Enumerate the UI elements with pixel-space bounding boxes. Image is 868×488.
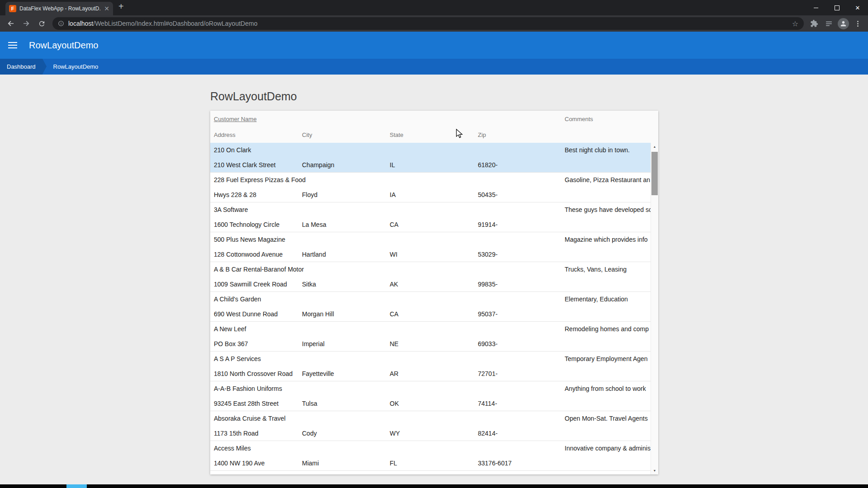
puzzle-icon	[810, 19, 818, 28]
cell-customer-name: 3A Software	[214, 206, 565, 213]
column-header-address[interactable]: Address	[214, 131, 302, 138]
grid-header: Customer Name Comments Address City Stat…	[210, 111, 658, 143]
cell-zip: 72701-	[478, 370, 565, 377]
profile-button[interactable]	[836, 17, 850, 30]
cell-state: IA	[390, 191, 478, 198]
back-arrow-icon	[7, 19, 15, 28]
cell-comments: Magazine which provides info	[565, 236, 651, 243]
cell-city: Cody	[302, 430, 390, 437]
cell-city: Miami	[302, 460, 390, 467]
cell-address: 210 West Clark Street	[214, 161, 302, 169]
grid-scrollbar[interactable]: ▲ ▼	[651, 143, 658, 474]
tab-close-icon[interactable]: ✕	[104, 5, 109, 12]
grid-record[interactable]: A & B Car Rental-Baranof MotorTrucks, Va…	[210, 262, 651, 292]
cell-state: IL	[390, 161, 478, 169]
cell-address: 690 West Dunne Road	[214, 310, 302, 318]
dataflex-favicon-icon: F	[9, 5, 16, 12]
grid-record[interactable]: A-A-B Fashion UniformsAnything from scho…	[210, 381, 651, 411]
cell-customer-name: 210 On Clark	[214, 146, 565, 154]
cell-city: La Mesa	[302, 221, 390, 228]
column-header-zip[interactable]: Zip	[478, 131, 565, 138]
forward-arrow-icon	[22, 19, 30, 28]
cell-address: PO Box 367	[214, 340, 302, 347]
cell-address: 1400 NW 190 Ave	[214, 460, 302, 467]
grid-record[interactable]: Access MilesInnovative company & adminis…	[210, 441, 651, 471]
cell-city: Morgan Hill	[302, 310, 390, 318]
taskbar-accent	[66, 484, 87, 488]
cell-customer-name: A & B Car Rental-Baranof Motor	[214, 266, 565, 273]
scroll-up-icon[interactable]: ▲	[651, 143, 658, 150]
page-title: RowLayoutDemo	[210, 90, 297, 103]
forward-button[interactable]	[19, 16, 33, 31]
column-header-city[interactable]: City	[302, 131, 390, 138]
site-info-icon[interactable]	[58, 20, 64, 27]
url-text[interactable]: localhost/WebListDemo/Index.html#oDashbo…	[68, 20, 788, 27]
cell-customer-name: A-A-B Fashion Uniforms	[214, 385, 565, 392]
cell-comments: Anything from school to work	[565, 385, 651, 392]
cell-comments: Remodeling homes and comp	[565, 325, 651, 333]
scrollbar-thumb[interactable]	[651, 152, 658, 195]
maximize-icon	[835, 5, 840, 10]
cell-comments: Open Mon-Sat. Travel Agents	[565, 415, 651, 422]
cell-zip: 69033-	[478, 340, 565, 347]
grid-record[interactable]: 500 Plus News MagazineMagazine which pro…	[210, 232, 651, 262]
cell-state: OK	[390, 400, 478, 407]
cell-zip: 95037-	[478, 310, 565, 318]
close-icon: ✕	[855, 5, 860, 11]
grid-record[interactable]: A New LeefRemodeling homes and compPO Bo…	[210, 322, 651, 352]
taskbar-strip	[0, 484, 868, 488]
cell-city: Tulsa	[302, 400, 390, 407]
grid-record[interactable]: Absoraka Cruise & TravelOpen Mon-Sat. Tr…	[210, 411, 651, 441]
cell-zip: 61820-	[478, 161, 565, 169]
scroll-down-icon[interactable]: ▼	[651, 467, 658, 474]
breadcrumb-item-dashboard[interactable]: Dashboard	[0, 59, 42, 75]
hamburger-menu-icon[interactable]	[8, 42, 17, 48]
column-header-comments[interactable]: Comments	[565, 116, 651, 122]
grid-record[interactable]: A S A P ServicesTemporary Employment Age…	[210, 352, 651, 381]
cell-customer-name: Absoraka Cruise & Travel	[214, 415, 565, 422]
grid-record[interactable]: 3A SoftwareThese guys have developed so1…	[210, 202, 651, 232]
bookmark-star-icon[interactable]: ☆	[792, 19, 798, 28]
reload-button[interactable]	[34, 16, 49, 31]
url-path: /WebListDemo/Index.html#oDashboard/oRowL…	[93, 20, 257, 27]
window-minimize-button[interactable]	[806, 0, 826, 15]
new-tab-button[interactable]: +	[118, 1, 124, 12]
cell-state: AR	[390, 370, 478, 377]
grid-body: 210 On ClarkBest night club in town.210 …	[210, 143, 651, 474]
browser-menu-button[interactable]	[851, 17, 864, 30]
url-bar[interactable]: localhost/WebListDemo/Index.html#oDashbo…	[52, 17, 804, 30]
cell-city: Floyd	[302, 191, 390, 198]
tab-title: DataFlex WebApp - RowLayoutD...	[19, 5, 101, 12]
app-title: RowLayoutDemo	[29, 40, 98, 51]
breadcrumb-item-rowlayoutdemo[interactable]: RowLayoutDemo	[47, 59, 105, 75]
window-controls: ✕	[806, 0, 868, 15]
avatar	[838, 18, 849, 29]
cell-state: FL	[390, 460, 478, 467]
cell-comments: Innovative company & adminis	[565, 445, 651, 452]
cell-zip: 82414-	[478, 430, 565, 437]
grid-record[interactable]: 210 On ClarkBest night club in town.210 …	[210, 143, 651, 173]
cell-city: Fayetteville	[302, 370, 390, 377]
cell-comments: Elementary, Education	[565, 296, 651, 303]
window-close-button[interactable]: ✕	[847, 0, 868, 15]
browser-toolbar: localhost/WebListDemo/Index.html#oDashbo…	[0, 15, 868, 32]
cell-customer-name: A Child's Garden	[214, 296, 565, 303]
window-maximize-button[interactable]	[826, 0, 847, 15]
grid-record[interactable]: 228 Fuel Express Pizzas & FoodGasoline, …	[210, 173, 651, 202]
cell-customer-name: A S A P Services	[214, 355, 565, 362]
breadcrumb-arrow-icon	[42, 59, 47, 74]
cell-zip: 74114-	[478, 400, 565, 407]
cell-address: 93245 East 28th Street	[214, 400, 302, 407]
cell-address: 128 Cottonwood Avenue	[214, 251, 302, 258]
mouse-cursor	[456, 129, 465, 139]
cell-city: Imperial	[302, 340, 390, 347]
extensions-button[interactable]	[807, 17, 821, 30]
column-header-customer-name[interactable]: Customer Name	[214, 116, 565, 122]
grid-record[interactable]: A Child's GardenElementary, Education690…	[210, 292, 651, 322]
list-lines-icon	[825, 20, 833, 28]
reading-list-button[interactable]	[822, 17, 835, 30]
reload-icon	[38, 20, 46, 28]
browser-tab[interactable]: F DataFlex WebApp - RowLayoutD... ✕	[5, 2, 113, 15]
back-button[interactable]	[4, 16, 18, 31]
customer-grid-panel: Customer Name Comments Address City Stat…	[210, 111, 658, 474]
